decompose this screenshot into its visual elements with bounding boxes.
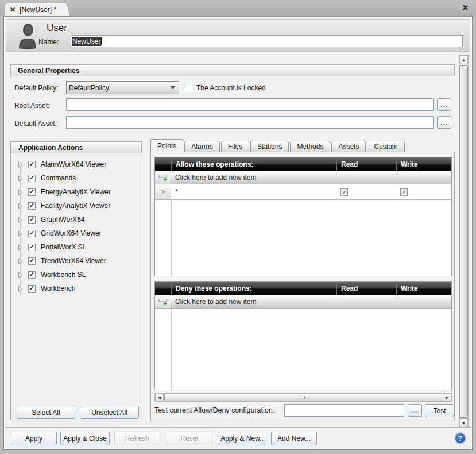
general-properties-header: General Properties bbox=[10, 64, 455, 76]
tab-points[interactable]: Points bbox=[150, 139, 183, 152]
app-action-item-0[interactable]: AlarmWorX64 Viewer bbox=[11, 157, 142, 171]
deny-add-new-item-row[interactable]: Click here to add new item bbox=[155, 295, 451, 309]
app-action-checkbox[interactable] bbox=[28, 175, 36, 182]
deny-table-header: Deny these operations: Read Write bbox=[155, 282, 451, 295]
allow-operations-column-header: Allow these operations: bbox=[171, 157, 336, 171]
tab-assets[interactable]: Assets bbox=[331, 141, 366, 152]
footer-button-reset[interactable]: Reset bbox=[167, 432, 212, 445]
account-locked-label: The Account is Locked bbox=[196, 82, 266, 94]
app-action-checkbox[interactable] bbox=[28, 216, 36, 224]
root-asset-browse-button[interactable]: ... bbox=[437, 98, 451, 111]
expander-icon[interactable] bbox=[18, 217, 23, 223]
select-all-button[interactable]: Select All bbox=[17, 406, 75, 419]
test-configuration-label: Test current Allow/Deny configuration: bbox=[154, 406, 274, 414]
allow-table-empty-body bbox=[155, 200, 451, 276]
application-actions-tree: AlarmWorX64 Viewer Commands EnergyAnalyt… bbox=[11, 157, 142, 295]
tab-label: Methods bbox=[297, 143, 323, 151]
app-action-item-2[interactable]: EnergyAnalytiX Viewer bbox=[11, 185, 142, 199]
user-config-window: ✕ [NewUser] * ✕ User Name: NewUser Gener… bbox=[0, 0, 476, 454]
app-action-item-8[interactable]: Workbench SL bbox=[11, 268, 142, 282]
test-browse-button[interactable]: ... bbox=[408, 404, 422, 417]
deny-operations-column-header: Deny these operations: bbox=[171, 282, 336, 295]
horizontal-scrollbar-thumb[interactable] bbox=[164, 394, 442, 401]
tab-files[interactable]: Files bbox=[221, 141, 249, 152]
account-locked-checkbox[interactable] bbox=[185, 84, 192, 91]
default-policy-dropdown[interactable]: DefaultPolicy bbox=[66, 81, 179, 94]
app-action-checkbox[interactable] bbox=[28, 244, 36, 251]
scroll-right-icon[interactable]: ▶ bbox=[443, 394, 451, 401]
add-row-icon bbox=[155, 295, 171, 308]
root-asset-input[interactable] bbox=[66, 98, 434, 111]
read-cell bbox=[336, 184, 396, 199]
operation-value-cell[interactable]: * bbox=[171, 184, 336, 199]
expander-icon[interactable] bbox=[18, 272, 23, 278]
expander-icon[interactable] bbox=[18, 203, 23, 209]
expander-icon[interactable] bbox=[18, 244, 23, 251]
test-configuration-input[interactable] bbox=[284, 404, 404, 417]
default-asset-input[interactable] bbox=[66, 116, 434, 129]
user-avatar-icon bbox=[17, 23, 38, 49]
app-action-checkbox[interactable] bbox=[28, 271, 36, 279]
allow-table-row[interactable]: > * bbox=[155, 184, 451, 200]
allow-operations-table: Allow these operations: Read Write Click… bbox=[154, 157, 452, 276]
expander-icon[interactable] bbox=[18, 258, 23, 264]
footer-button-refresh[interactable]: Refresh bbox=[114, 432, 160, 445]
vertical-scrollbar-thumb[interactable] bbox=[459, 65, 468, 418]
expander-icon[interactable] bbox=[18, 230, 23, 237]
app-action-item-9[interactable]: Workbench bbox=[11, 282, 142, 295]
app-action-checkbox[interactable] bbox=[28, 285, 36, 293]
app-action-checkbox[interactable] bbox=[28, 161, 36, 168]
scroll-up-icon[interactable]: ▲ bbox=[459, 55, 468, 64]
expander-icon[interactable] bbox=[18, 161, 23, 168]
app-action-label: TrendWorX64 Viewer bbox=[41, 257, 106, 265]
app-action-item-7[interactable]: TrendWorX64 Viewer bbox=[11, 254, 142, 268]
application-actions-title: Application Actions bbox=[18, 144, 83, 152]
scroll-down-icon[interactable]: ▼ bbox=[459, 418, 468, 428]
horizontal-scrollbar[interactable]: ◀ ▶ bbox=[154, 393, 452, 402]
tab-custom[interactable]: Custom bbox=[367, 141, 404, 152]
tab-alarms[interactable]: Alarms bbox=[184, 141, 219, 152]
name-value-selected: NewUser bbox=[72, 37, 101, 46]
window-close-icon[interactable]: ✕ bbox=[462, 3, 469, 12]
header-banner: User Name: NewUser bbox=[6, 19, 470, 52]
app-action-item-3[interactable]: FacilityAnalytiX Viewer bbox=[11, 199, 142, 213]
application-actions-header: Application Actions bbox=[11, 141, 142, 153]
app-action-checkbox[interactable] bbox=[28, 257, 36, 265]
app-action-item-5[interactable]: GridWorX64 Viewer bbox=[11, 226, 142, 240]
read-column-header: Read bbox=[336, 157, 396, 171]
help-icon[interactable]: ? bbox=[454, 432, 466, 444]
app-action-item-4[interactable]: GraphWorX64 bbox=[11, 213, 142, 226]
expander-icon[interactable] bbox=[18, 286, 23, 292]
indicator-column-header bbox=[155, 282, 171, 295]
footer-button-apply-new[interactable]: Apply & New.. bbox=[218, 432, 266, 445]
allow-table-header: Allow these operations: Read Write bbox=[155, 157, 451, 171]
unselect-all-button[interactable]: Unselect All bbox=[80, 406, 139, 419]
app-action-checkbox[interactable] bbox=[28, 230, 36, 237]
name-input[interactable]: NewUser bbox=[71, 35, 463, 47]
app-action-item-6[interactable]: PortalWorX SL bbox=[11, 240, 142, 254]
expander-icon[interactable] bbox=[18, 189, 23, 195]
write-cell bbox=[396, 184, 451, 199]
tab-stations[interactable]: Stations bbox=[250, 141, 289, 152]
default-asset-browse-button[interactable]: ... bbox=[437, 116, 451, 129]
app-action-checkbox[interactable] bbox=[28, 202, 36, 210]
allow-add-new-item-row[interactable]: Click here to add new item bbox=[155, 171, 451, 184]
read-checkbox[interactable] bbox=[340, 188, 348, 196]
allow-add-row-label: Click here to add new item bbox=[171, 171, 451, 184]
test-button[interactable]: Test bbox=[425, 404, 454, 417]
document-tab-newuser[interactable]: ✕ [NewUser] * bbox=[5, 3, 65, 16]
write-checkbox[interactable] bbox=[400, 188, 408, 196]
app-action-label: Workbench SL bbox=[41, 271, 86, 279]
expander-icon[interactable] bbox=[18, 175, 23, 182]
app-action-item-1[interactable]: Commands bbox=[11, 171, 142, 185]
tab-close-icon[interactable]: ✕ bbox=[10, 6, 16, 14]
footer-button-apply[interactable]: Apply bbox=[11, 432, 57, 445]
tab-methods[interactable]: Methods bbox=[290, 141, 330, 152]
scroll-left-icon[interactable]: ◀ bbox=[155, 394, 164, 401]
general-properties-title: General Properties bbox=[18, 67, 79, 75]
footer-button-add-new[interactable]: Add New... bbox=[271, 432, 317, 445]
vertical-scrollbar[interactable]: ▲ ▼ bbox=[459, 55, 469, 428]
app-action-checkbox[interactable] bbox=[28, 188, 36, 196]
footer-button-apply-close[interactable]: Apply & Close bbox=[60, 432, 110, 445]
root-asset-label: Root Asset: bbox=[14, 100, 49, 111]
